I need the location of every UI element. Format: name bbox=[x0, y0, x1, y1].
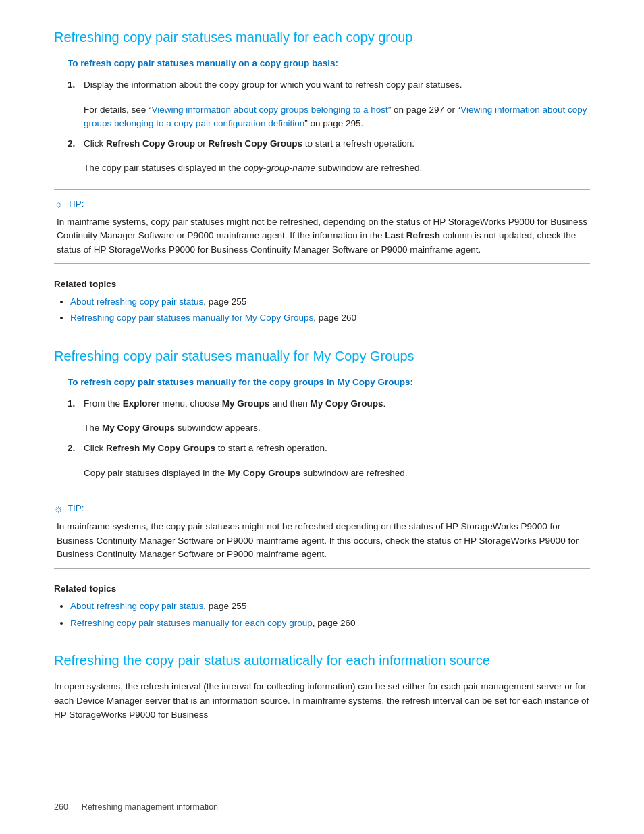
related-link-1[interactable]: About refreshing copy pair status bbox=[70, 296, 203, 307]
related-item: Refreshing copy pair statuses manually f… bbox=[70, 311, 590, 325]
footer-page-number: 260 bbox=[54, 801, 68, 814]
section1-tip-label: ☼ TIP: bbox=[54, 197, 590, 212]
s2-step2-main: Click Refresh My Copy Groups to start a … bbox=[84, 442, 590, 455]
section2-tip-body: In mainframe systems, the copy pair stat… bbox=[57, 520, 590, 561]
section1-step1: 1. Display the information about the cop… bbox=[68, 78, 590, 96]
step2-num: 2. bbox=[68, 137, 84, 151]
section2-related-title: Related topics bbox=[54, 582, 590, 596]
related-link-2[interactable]: Refreshing copy pair statuses manually f… bbox=[70, 313, 313, 323]
page: Refreshing copy pair statuses manually f… bbox=[0, 0, 644, 834]
related-item: About refreshing copy pair status, page … bbox=[70, 600, 590, 613]
s2-step1-main: From the Explorer menu, choose My Groups… bbox=[84, 397, 590, 411]
section2-related-topics: Related topics About refreshing copy pai… bbox=[54, 582, 590, 630]
section3-title: Refreshing the copy pair status automati… bbox=[54, 650, 590, 671]
section2-title: Refreshing copy pair statuses manually f… bbox=[54, 346, 590, 366]
page-footer: 260 Refreshing management information bbox=[54, 801, 590, 814]
section3-body: In open systems, the refresh interval (t… bbox=[54, 680, 590, 723]
section1-tip: ☼ TIP: In mainframe systems, copy pair s… bbox=[54, 189, 590, 264]
s2-step1-content: From the Explorer menu, choose My Groups… bbox=[84, 397, 590, 415]
s2-step2-num: 2. bbox=[68, 442, 84, 455]
s2-step2-content: Click Refresh My Copy Groups to start a … bbox=[84, 442, 590, 459]
step2-indent: The copy pair statuses displayed in the … bbox=[84, 161, 590, 175]
footer-text: Refreshing management information bbox=[82, 801, 218, 814]
s2-related-link-1[interactable]: About refreshing copy pair status bbox=[70, 601, 203, 611]
related-item: Refreshing copy pair statuses manually f… bbox=[70, 617, 590, 630]
step1-main: Display the information about the copy g… bbox=[84, 78, 590, 92]
s2-step1-num: 1. bbox=[68, 397, 84, 411]
tip-label-text: TIP: bbox=[68, 197, 84, 211]
tip-label-text-2: TIP: bbox=[68, 502, 84, 515]
section2-related-list: About refreshing copy pair status, page … bbox=[70, 600, 590, 630]
section1-related-title: Related topics bbox=[54, 278, 590, 291]
s2-step2-indent: Copy pair statuses displayed in the My C… bbox=[84, 467, 590, 480]
section2-procedure-title: To refresh copy pair statuses manually f… bbox=[68, 375, 590, 389]
section2-tip: ☼ TIP: In mainframe systems, the copy pa… bbox=[54, 494, 590, 569]
section1-steps: 1. Display the information about the cop… bbox=[68, 78, 590, 175]
section1-procedure-title: To refresh copy pair statuses manually o… bbox=[68, 57, 590, 70]
link-viewing-host[interactable]: Viewing information about copy groups be… bbox=[152, 105, 388, 115]
section2-tip-label: ☼ TIP: bbox=[54, 501, 590, 517]
section2-step2: 2. Click Refresh My Copy Groups to start… bbox=[68, 442, 590, 459]
section1-related-topics: Related topics About refreshing copy pai… bbox=[54, 278, 590, 325]
related-item: About refreshing copy pair status, page … bbox=[70, 295, 590, 309]
section2-step1: 1. From the Explorer menu, choose My Gro… bbox=[68, 397, 590, 415]
step1-content: Display the information about the copy g… bbox=[84, 78, 590, 96]
tip-icon: ☼ bbox=[54, 197, 63, 212]
step2-main: Click Refresh Copy Group or Refresh Copy… bbox=[84, 137, 590, 151]
section2-steps: 1. From the Explorer menu, choose My Gro… bbox=[68, 397, 590, 480]
s2-related-link-2[interactable]: Refreshing copy pair statuses manually f… bbox=[70, 618, 313, 628]
section1-related-list: About refreshing copy pair status, page … bbox=[70, 295, 590, 325]
step1-indent: For details, see “Viewing information ab… bbox=[84, 103, 590, 131]
section1-title: Refreshing copy pair statuses manually f… bbox=[54, 27, 590, 47]
step2-content: Click Refresh Copy Group or Refresh Copy… bbox=[84, 137, 590, 155]
step1-num: 1. bbox=[68, 78, 84, 92]
tip-icon-2: ☼ bbox=[54, 501, 63, 517]
s2-step1-indent: The My Copy Groups subwindow appears. bbox=[84, 421, 590, 435]
section1-step2: 2. Click Refresh Copy Group or Refresh C… bbox=[68, 137, 590, 155]
section1-tip-body: In mainframe systems, copy pair statuses… bbox=[57, 215, 590, 257]
